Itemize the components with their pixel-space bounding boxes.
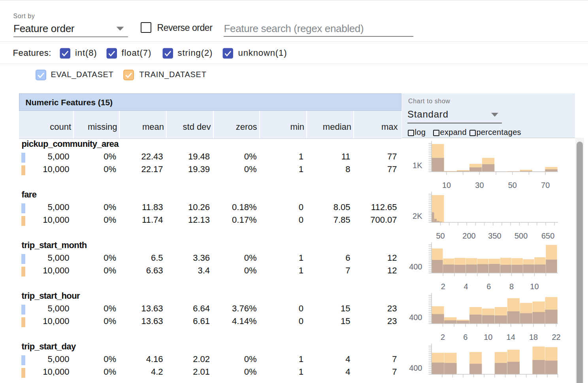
svg-text:8: 8	[509, 282, 514, 291]
svg-text:2K: 2K	[413, 211, 422, 220]
svg-text:18: 18	[529, 333, 538, 341]
svg-text:22: 22	[552, 333, 560, 341]
svg-text:14: 14	[507, 333, 515, 341]
svg-text:50: 50	[436, 231, 445, 240]
svg-text:70: 70	[541, 181, 550, 190]
svg-text:30: 30	[475, 181, 484, 190]
svg-text:400: 400	[409, 363, 422, 372]
svg-text:200: 200	[462, 231, 475, 240]
svg-text:650: 650	[541, 231, 554, 240]
svg-text:2: 2	[441, 333, 445, 341]
svg-text:6: 6	[486, 282, 491, 291]
svg-text:6: 6	[463, 333, 467, 341]
svg-text:350: 350	[488, 231, 501, 240]
svg-text:10: 10	[530, 282, 539, 291]
svg-text:10: 10	[442, 181, 451, 190]
svg-text:50: 50	[508, 181, 517, 190]
svg-text:4: 4	[464, 282, 468, 291]
svg-text:2: 2	[441, 282, 445, 291]
svg-text:1K: 1K	[413, 161, 422, 169]
svg-text:10: 10	[484, 333, 492, 341]
svg-text:500: 500	[514, 231, 528, 240]
svg-text:400: 400	[409, 313, 422, 321]
svg-text:400: 400	[409, 262, 422, 271]
